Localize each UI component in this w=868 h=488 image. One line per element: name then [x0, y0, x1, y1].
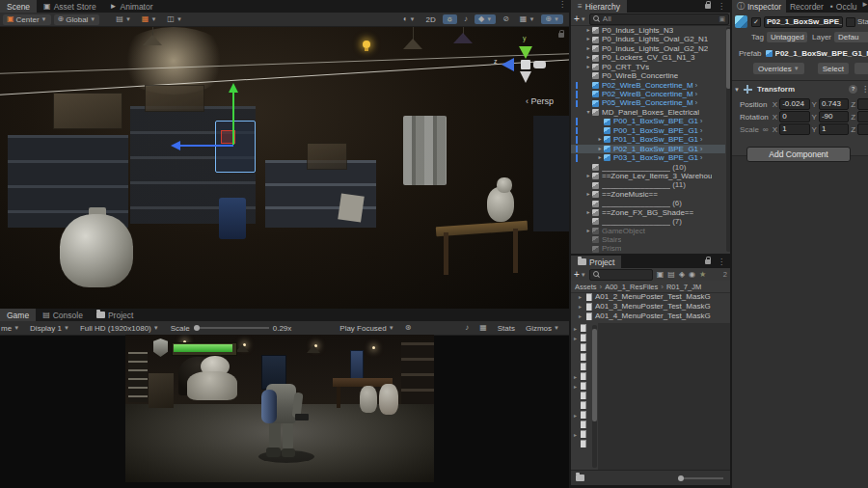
search-in-icon[interactable]: ▣	[657, 271, 665, 279]
hierarchy-item[interactable]: ▸ P0_Lockers_CV_G1_N1_3	[571, 53, 725, 62]
camera-settings-dropdown[interactable]: ▦▼	[516, 14, 539, 24]
move-gizmo-z-arrowhead[interactable]	[171, 141, 180, 150]
expand-arrow-icon[interactable]: ▸	[596, 153, 604, 162]
hierarchy-item[interactable]: ▸ P0_Indus_Lights_Oval_G2_N2	[571, 44, 725, 53]
open-prefab-button[interactable]	[854, 63, 868, 74]
folder-icon[interactable]	[576, 474, 584, 481]
search-filter-icon[interactable]: ▣	[719, 15, 725, 23]
gameobject-name-field[interactable]: P02_1_BoxSw_BPE_G	[764, 16, 843, 28]
expand-arrow-icon[interactable]: ▸	[584, 53, 592, 62]
rotation-y-field[interactable]: -90	[819, 111, 849, 122]
add-asset-button[interactable]: +	[574, 270, 580, 280]
project-file-row[interactable]: ▸ A01_3_MenuPoster_Test_MaskG	[571, 302, 732, 312]
stats-toggle[interactable]: Stats	[494, 323, 519, 334]
breadcrumb-label[interactable]: Assets	[575, 283, 597, 291]
hierarchy-item[interactable]: ▸ P0_Indus_Lights_Oval_G2_N1	[571, 35, 725, 43]
expand-arrow-icon[interactable]: ▾	[584, 108, 592, 117]
active-checkbox[interactable]: ✓	[751, 17, 761, 27]
gizmo-z-cone[interactable]	[502, 58, 514, 71]
expand-arrow-icon[interactable]: ▸	[584, 26, 592, 35]
tab-recorder[interactable]: Recorder	[786, 0, 827, 13]
tool-handle-rotation-dropdown[interactable]: ⊕ Global▼	[54, 14, 100, 25]
tool-handle-pivot-dropdown[interactable]: ▣ Center▼	[3, 14, 51, 25]
expand-arrow-icon[interactable]: ▸	[596, 135, 604, 144]
breadcrumb-item[interactable]: A00_1_ResFiles ›	[605, 283, 666, 291]
component-foldout-icon[interactable]: ▼	[734, 87, 740, 93]
breadcrumb-item[interactable]: Assets ›	[575, 283, 605, 291]
expand-arrow-icon[interactable]: ▸	[584, 208, 592, 217]
resolution-dropdown[interactable]: Full HD (1920x1080)▼	[76, 323, 163, 334]
expand-arrow-icon[interactable]: ▸	[579, 312, 586, 321]
expand-arrow-icon[interactable]: ▸	[584, 172, 592, 180]
tab-hierarchy[interactable]: ≡Hierarchy	[571, 0, 627, 13]
scale-slider-thumb[interactable]	[194, 325, 200, 331]
gizmo-x-arm[interactable]	[533, 61, 546, 68]
effects-dropdown[interactable]: ◆▼	[475, 14, 496, 24]
expand-arrow-icon[interactable]: ▸	[584, 35, 592, 43]
game-view-mode-dropdown[interactable]: me▼	[0, 323, 23, 334]
hierarchy-item[interactable]: ▸ P0_Indus_Lights_N3	[571, 26, 725, 35]
2d-toggle[interactable]: 2D	[421, 14, 439, 25]
hierarchy-item[interactable]: ▸ P02_1_BoxSw_BPE_G1 ›	[571, 145, 725, 153]
gizmo-center-cube[interactable]	[521, 60, 530, 69]
hierarchy-item[interactable]: ________________ (10)	[571, 163, 725, 172]
hierarchy-item[interactable]: ________________ (6)	[571, 199, 725, 207]
hierarchy-item[interactable]: P0_WireB_Concertine	[571, 71, 725, 80]
scene-tab-overflow-icon[interactable]: ⋮	[556, 0, 569, 13]
hierarchy-item[interactable]: ▸ P01_1_BoxSw_BPE_G1 ›	[571, 135, 725, 144]
hierarchy-item[interactable]: P00_1_BoxSw_BPE_G1 ›	[571, 117, 725, 125]
expand-arrow-icon[interactable]: ▸	[574, 412, 581, 419]
scale-z-field[interactable]	[857, 123, 868, 135]
expand-arrow-icon[interactable]: ▸	[574, 431, 581, 438]
tab-animator[interactable]: ►Animator	[103, 0, 160, 13]
hierarchy-item[interactable]: ▸ GameObject	[571, 227, 725, 235]
zoom-slider-thumb[interactable]	[678, 475, 684, 481]
expand-arrow-icon[interactable]: ▸	[584, 190, 592, 199]
select-prefab-button[interactable]: Select	[818, 63, 849, 74]
prefab-name[interactable]: P02_1_BoxSw_BPE_G1_N2_	[775, 49, 868, 58]
debug-icon[interactable]: ⊛	[401, 323, 416, 333]
project-file-row[interactable]: ▸ A01_2_MenuPoster_Test_MaskG	[571, 292, 732, 302]
help-icon[interactable]: ?	[849, 85, 857, 94]
hierarchy-item[interactable]: Stairs	[571, 235, 725, 244]
project-file-row[interactable]: ▸ A01_4_MenuPoster_Test_MaskG	[571, 312, 732, 321]
hierarchy-item[interactable]: ▸ ==ZoneMusic==	[571, 190, 725, 199]
mute-audio-icon[interactable]: ♪	[461, 323, 473, 333]
play-focused-dropdown[interactable]: Play Focused▼	[336, 323, 397, 334]
panel-menu-icon[interactable]: ⋮	[715, 258, 728, 266]
type-filter-icon[interactable]: ◉	[689, 271, 695, 279]
project-scrollbar[interactable]	[592, 325, 597, 468]
move-gizmo-z-axis[interactable]	[179, 145, 233, 147]
tab-project[interactable]: Project	[90, 309, 140, 321]
chevron-down-icon[interactable]: ▼	[581, 272, 586, 278]
expand-arrow-icon[interactable]: ▸	[574, 335, 581, 341]
expand-arrow-icon[interactable]: ▸	[574, 325, 581, 332]
scale-x-field[interactable]: 1	[779, 123, 809, 135]
favorites-star-icon[interactable]: ★	[699, 271, 706, 279]
breadcrumb-item[interactable]: R01_7_JM	[666, 283, 707, 291]
project-scrollbar-thumb[interactable]	[592, 329, 597, 421]
gizmo-y-cone[interactable]	[519, 46, 532, 59]
gizmos-dropdown[interactable]: ⊕▼	[541, 14, 563, 24]
game-viewport[interactable]	[125, 335, 434, 482]
hierarchy-item[interactable]: P05_WireB_Concertine_M ›	[571, 99, 725, 108]
scene-viewport[interactable]: y z ‹ Persp	[0, 27, 569, 309]
hierarchy-item[interactable]: P02_WireB_Concertine_M ›	[571, 81, 725, 90]
position-x-field[interactable]: -0.024	[779, 98, 809, 110]
orientation-gizmo[interactable]: y z	[496, 35, 556, 98]
expand-arrow-icon[interactable]: ▸	[584, 44, 592, 53]
snap-settings-dropdown[interactable]: ▤▼	[112, 14, 135, 24]
package-icon[interactable]: ▤	[667, 271, 675, 279]
scale-y-field[interactable]: 1	[819, 123, 849, 135]
chevron-down-icon[interactable]: ▼	[581, 16, 586, 22]
project-search-input[interactable]	[589, 269, 653, 281]
hidden-objects-toggle[interactable]: ⊘	[499, 14, 513, 24]
hierarchy-item[interactable]: ▸ ==Zone_Lev_Items_3_Warehou	[571, 172, 725, 180]
thumbnail-zoom-slider[interactable]	[680, 477, 723, 479]
tab-inspector[interactable]: ⓘInspector	[732, 0, 786, 13]
move-gizmo-y-arrowhead[interactable]	[229, 83, 238, 93]
breadcrumb-label[interactable]: A00_1_ResFiles	[605, 283, 658, 291]
static-checkbox[interactable]	[846, 17, 855, 27]
rotation-z-field[interactable]	[857, 111, 868, 122]
label-icon[interactable]: ◈	[679, 271, 685, 279]
